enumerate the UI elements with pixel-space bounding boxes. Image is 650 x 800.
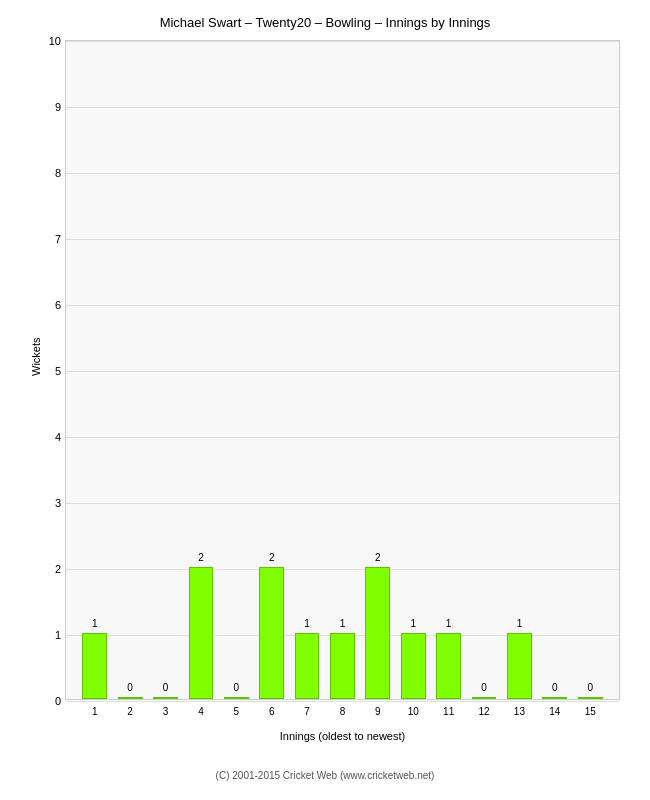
bar: 1: [330, 633, 355, 699]
bar-group: 2: [183, 41, 218, 699]
x-tick-label: 1: [77, 706, 112, 717]
x-tick-label: 11: [431, 706, 466, 717]
bar-label: 0: [154, 682, 177, 693]
bars-container: 100202112110100: [66, 41, 619, 699]
bar-group: 0: [148, 41, 183, 699]
copyright: (C) 2001-2015 Cricket Web (www.cricketwe…: [10, 770, 640, 781]
bar-label: 2: [366, 552, 389, 563]
bar-label: 0: [119, 682, 142, 693]
bar: 1: [295, 633, 320, 699]
y-tick-label: 1: [55, 629, 61, 641]
bar: 1: [82, 633, 107, 699]
x-tick-label: 6: [254, 706, 289, 717]
x-tick-label: 12: [466, 706, 501, 717]
bar-label: 1: [402, 618, 425, 629]
x-tick-label: 7: [289, 706, 324, 717]
bar-group: 0: [219, 41, 254, 699]
y-tick-label: 0: [55, 695, 61, 707]
x-tick-label: 2: [112, 706, 147, 717]
x-tick-label: 10: [396, 706, 431, 717]
x-axis-label: Innings (oldest to newest): [65, 730, 620, 742]
bar: 1: [436, 633, 461, 699]
y-tick-label: 5: [55, 365, 61, 377]
bar-group: 1: [396, 41, 431, 699]
bar-group: 1: [431, 41, 466, 699]
chart-container: Michael Swart – Twenty20 – Bowling – Inn…: [0, 0, 650, 800]
bar-group: 1: [289, 41, 324, 699]
bar-label: 0: [225, 682, 248, 693]
y-tick-label: 4: [55, 431, 61, 443]
bar-group: 1: [502, 41, 537, 699]
y-tick-label: 2: [55, 563, 61, 575]
bar: 0: [578, 697, 603, 699]
bar: 0: [224, 697, 249, 699]
bar: 0: [542, 697, 567, 699]
bar-label: 0: [543, 682, 566, 693]
bar: 0: [118, 697, 143, 699]
bar-group: 0: [537, 41, 572, 699]
bar-label: 1: [83, 618, 106, 629]
chart-area: Wickets 012345678910 100202112110100 123…: [65, 40, 620, 700]
x-ticks-row: 123456789101112131415: [66, 706, 619, 717]
bar-label: 1: [437, 618, 460, 629]
bar-group: 0: [573, 41, 608, 699]
grid-line: [66, 701, 619, 702]
y-tick-label: 7: [55, 233, 61, 245]
bar: 2: [259, 567, 284, 699]
y-axis-label: Wickets: [30, 338, 42, 377]
x-tick-label: 13: [502, 706, 537, 717]
bar: 2: [365, 567, 390, 699]
bar-label: 1: [296, 618, 319, 629]
bar-group: 1: [325, 41, 360, 699]
y-tick-label: 8: [55, 167, 61, 179]
x-tick-label: 9: [360, 706, 395, 717]
y-tick-label: 10: [49, 35, 61, 47]
x-tick-label: 15: [573, 706, 608, 717]
chart-title: Michael Swart – Twenty20 – Bowling – Inn…: [10, 10, 640, 30]
chart-inner: 012345678910 100202112110100 12345678910…: [65, 40, 620, 700]
x-tick-label: 4: [183, 706, 218, 717]
bar-group: 1: [77, 41, 112, 699]
bar-label: 2: [190, 552, 213, 563]
y-tick-label: 3: [55, 497, 61, 509]
bar: 1: [507, 633, 532, 699]
x-tick-label: 5: [219, 706, 254, 717]
y-tick-label: 9: [55, 101, 61, 113]
bar-group: 2: [254, 41, 289, 699]
bar-label: 2: [260, 552, 283, 563]
x-tick-label: 3: [148, 706, 183, 717]
bar: 2: [189, 567, 214, 699]
x-tick-label: 8: [325, 706, 360, 717]
bar-group: 0: [466, 41, 501, 699]
bar-group: 0: [112, 41, 147, 699]
bar: 0: [153, 697, 178, 699]
x-tick-label: 14: [537, 706, 572, 717]
y-tick-label: 6: [55, 299, 61, 311]
bar-group: 2: [360, 41, 395, 699]
bar-label: 1: [331, 618, 354, 629]
bar-label: 0: [473, 682, 496, 693]
bar-label: 1: [508, 618, 531, 629]
bar-label: 0: [579, 682, 602, 693]
bar: 0: [472, 697, 497, 699]
bar: 1: [401, 633, 426, 699]
